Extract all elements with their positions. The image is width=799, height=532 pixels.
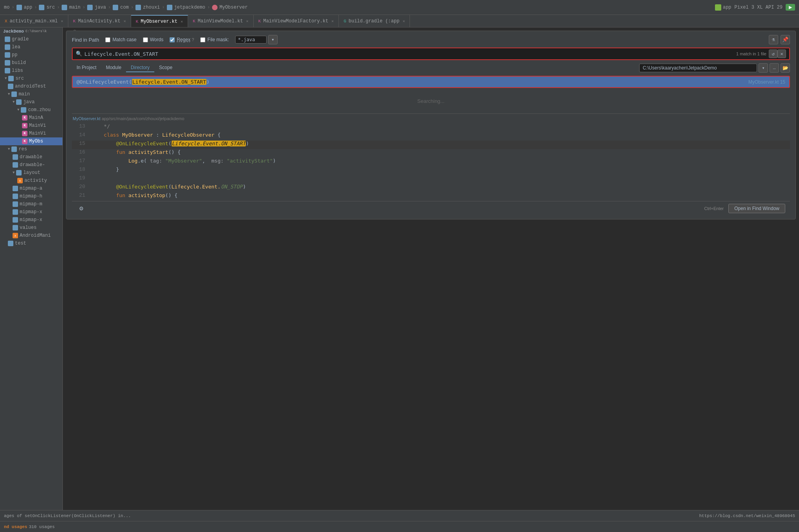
folder-icon (5, 60, 10, 66)
match-case-checkbox[interactable] (105, 37, 110, 42)
kotlin-icon: K (22, 139, 27, 144)
tab-close-icon[interactable]: ✕ (402, 19, 405, 24)
scope-tab-module[interactable]: Module (101, 64, 126, 72)
file-mask-checkbox[interactable] (200, 37, 205, 42)
sidebar-item-androidtest[interactable]: androidTest (0, 82, 62, 90)
tab-close-icon[interactable]: ✕ (246, 19, 249, 24)
match-case-option[interactable]: Match case (105, 37, 136, 42)
tab-mainactivity-kt[interactable]: K MainActivity.kt ✕ (68, 15, 131, 27)
preview-line-20: 20 @OnLifecycleEvent(Lifecycle.Event.ON_… (72, 184, 790, 192)
sidebar-item-libs[interactable]: libs (0, 67, 62, 75)
searching-label: Searching... (72, 90, 790, 112)
folder-icon (13, 186, 18, 191)
scope-path: ▾ … 📂 (639, 63, 790, 73)
status-bar: ages of setOnClickListener(OnClickListen… (0, 510, 799, 521)
tab-myobserver-kt[interactable]: K MyObserver.kt ✕ (131, 15, 188, 27)
directory-browse-btn[interactable]: … (770, 63, 779, 73)
settings-gear-btn[interactable]: ⚙ (77, 204, 86, 213)
regex-checkbox[interactable] (170, 37, 175, 42)
preview-file-path: app/src/main/java/com/zhouxi/jetpackdemo (102, 116, 184, 121)
xml-tab-icon: X (5, 19, 7, 24)
sidebar-item-activity[interactable]: X activity (0, 177, 62, 185)
sidebar-item-mainvi2[interactable]: K MainVi (0, 130, 62, 137)
folder-icon (5, 68, 10, 73)
directory-path-input[interactable] (639, 64, 757, 72)
kotlin-icon: K (22, 123, 27, 128)
open-in-find-window-button[interactable]: Open in Find Window (728, 204, 785, 213)
run-config-icon (715, 4, 721, 11)
status-url: https://blog.csdn.net/weixin_48968045 (699, 514, 795, 518)
preview-line-17: 17 Log.e( tag: "MyObserver", msg: "activ… (72, 158, 790, 166)
sidebar-item-maina[interactable]: K MainA (0, 114, 62, 122)
tab-mainviewmodelfactory-kt[interactable]: K MainViewModelFactory.kt ✕ (254, 15, 339, 27)
search-result-row[interactable]: @OnLifecycleEvent(Lifecycle.Event.ON_STA… (72, 76, 790, 88)
scope-tab-directory[interactable]: Directory (126, 64, 154, 72)
sidebar-item-res[interactable]: ▼ res (0, 145, 62, 153)
xml-icon: X (17, 178, 23, 183)
regex-option[interactable]: Regex ? (170, 37, 194, 42)
sidebar-item-values[interactable]: values (0, 224, 62, 232)
sidebar-item-mipmap-h[interactable]: mipmap-h (0, 192, 62, 200)
tab-close-icon[interactable]: ✕ (331, 19, 334, 24)
tab-close-icon[interactable]: ✕ (124, 19, 126, 24)
sidebar-item-mipmap-m[interactable]: mipmap-m (0, 200, 62, 208)
search-row: 🔍 1 match in 1 file ↺ ✕ (72, 48, 790, 60)
tab-build-gradle[interactable]: G build.gradle (:app ✕ (339, 15, 410, 27)
words-option[interactable]: Words (143, 37, 163, 42)
folder-icon (11, 146, 17, 152)
search-close-btn[interactable]: ✕ (777, 49, 786, 58)
sidebar-item-gradle[interactable]: gradle (0, 35, 62, 43)
search-input[interactable] (84, 51, 736, 57)
file-mask-input[interactable] (235, 36, 267, 44)
find-header: Find in Path Match case Words Regex ? Fi… (72, 35, 790, 44)
sidebar-item-mainvi1[interactable]: K MainVi (0, 122, 62, 130)
preview-header: MyObserver.kt app/src/main/java/com/zhou… (72, 116, 790, 121)
sidebar-item-mipmap-a[interactable]: mipmap-a (0, 185, 62, 192)
file-mask-dropdown[interactable]: ▾ (268, 35, 278, 44)
sidebar-item-src[interactable]: ▼ src (0, 75, 62, 82)
scope-tab-scope[interactable]: Scope (154, 64, 177, 72)
file-mask-option[interactable]: File mask: (200, 37, 229, 42)
pin-icon[interactable]: 📌 (781, 35, 790, 44)
sidebar-item-main[interactable]: ▼ main (0, 90, 62, 98)
sidebar-item-mipmap-x1[interactable]: mipmap-x (0, 208, 62, 216)
main-layout: JackDemo C:\Users\k gradle lea pp build … (0, 27, 799, 510)
tab-close-icon[interactable]: ✕ (61, 19, 63, 24)
project-path: C:\Users\k (26, 29, 47, 33)
folder-icon (8, 84, 13, 89)
sidebar-item-test[interactable]: test (0, 239, 62, 247)
folder-icon (13, 201, 18, 207)
directory-tree-btn[interactable]: 📂 (781, 63, 790, 73)
folder-icon (5, 52, 10, 58)
tab-activity-main-xml[interactable]: X activity_main.xml ✕ (0, 15, 68, 27)
sidebar-item-layout[interactable]: ▼ layout (0, 169, 62, 177)
preview-line-18: 18 } (72, 166, 790, 175)
tab-close-icon[interactable]: ✕ (181, 19, 183, 24)
scope-tab-in-project[interactable]: In Project (72, 64, 101, 72)
sidebar-item-androidmani[interactable]: X AndroidMani (0, 232, 62, 239)
folder-icon (5, 44, 10, 50)
status-text: ages of setOnClickListener(OnClickListen… (4, 514, 131, 518)
sidebar-item-pp[interactable]: pp (0, 51, 62, 59)
sidebar-item-myobs[interactable]: K MyObs (0, 137, 62, 145)
myobserver-kotlin-icon (212, 5, 218, 10)
sidebar-item-drawable2[interactable]: drawable- (0, 161, 62, 169)
find-in-path-dialog: Find in Path Match case Words Regex ? Fi… (66, 31, 796, 219)
action-bar: ⚙ Ctrl+Enter Open in Find Window (72, 201, 790, 215)
sidebar-item-java[interactable]: ▼ java (0, 98, 62, 106)
run-button[interactable]: ▶ (786, 4, 795, 11)
bottom-bar: nd usages 310 usages (0, 521, 799, 532)
java-folder-icon (87, 5, 93, 10)
sidebar-item-lea[interactable]: lea (0, 43, 62, 51)
words-checkbox[interactable] (143, 37, 148, 42)
search-refresh-btn[interactable]: ↺ (769, 49, 777, 58)
tab-mainviewmodel-kt[interactable]: K MainViewModel.kt ✕ (188, 15, 254, 27)
directory-dropdown[interactable]: ▾ (759, 63, 768, 73)
filter-icon[interactable]: ⚗ (769, 35, 778, 44)
sidebar-item-build[interactable]: build (0, 59, 62, 67)
sidebar-item-mipmap-x2[interactable]: mipmap-x (0, 216, 62, 224)
sidebar-item-drawable[interactable]: drawable (0, 153, 62, 161)
sidebar-project-header[interactable]: JackDemo C:\Users\k (0, 27, 62, 35)
sidebar-item-comzhou[interactable]: ▼ com.zhou (0, 106, 62, 114)
expand-icon: ▼ (17, 108, 19, 112)
